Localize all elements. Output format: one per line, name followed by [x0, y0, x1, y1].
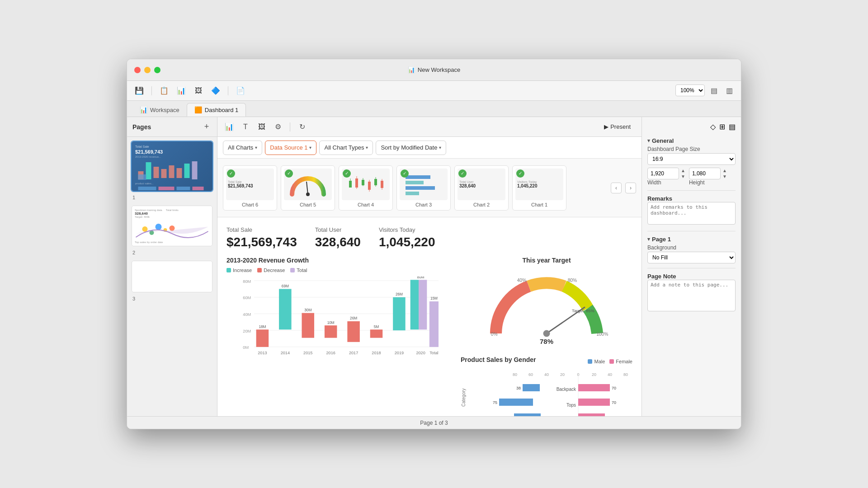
svg-text:2018: 2018: [372, 351, 381, 355]
page-1-number: 1: [131, 194, 213, 201]
ct-sep: [290, 122, 290, 131]
chart-button[interactable]: 📊: [175, 84, 188, 97]
chart-card-4: ✓: [339, 165, 393, 211]
widget-button[interactable]: ⚙: [272, 121, 284, 133]
save-button[interactable]: 💾: [132, 84, 146, 97]
kpi-total-sale: Total Sale $21,569,743: [226, 226, 297, 249]
copy-button[interactable]: 📄: [234, 84, 247, 97]
general-expand-arrow[interactable]: ▾: [647, 138, 650, 144]
svg-text:20: 20: [560, 372, 565, 377]
chart-types-dropdown[interactable]: All Chart Types ▾: [319, 141, 373, 155]
new-dashboard-button[interactable]: 📋: [157, 84, 171, 97]
text-button[interactable]: T: [239, 121, 252, 133]
carousel-chart-6[interactable]: ✓ Total Sale $21,569,743 Chart 6: [223, 165, 277, 211]
add-page-button[interactable]: +: [202, 122, 212, 132]
svg-text:18M: 18M: [259, 325, 266, 329]
svg-text:26M: 26M: [396, 292, 403, 296]
background-label: Background: [647, 244, 736, 251]
component-button[interactable]: 🔷: [209, 84, 222, 97]
svg-text:80: 80: [623, 372, 628, 377]
svg-text:20M: 20M: [243, 329, 251, 333]
svg-text:100%: 100%: [596, 332, 608, 337]
statusbar: Page 1 of 3: [127, 416, 741, 429]
image-insert-button[interactable]: 🖼: [255, 121, 268, 133]
sidebar-title: Pages: [132, 123, 151, 131]
svg-rect-98: [499, 399, 533, 406]
svg-rect-60: [410, 280, 419, 329]
rp-divider-3: [647, 268, 736, 268]
panel-icon-3[interactable]: ▤: [729, 122, 736, 131]
svg-text:Category: Category: [461, 388, 466, 407]
page-size-select[interactable]: 16:9 4:3: [647, 153, 736, 165]
dashboard-content: Total Sale $21,569,743 Total User 328,64…: [217, 217, 642, 416]
carousel-chart-2[interactable]: ✓ Total User 328,640 Chart 2: [454, 165, 509, 211]
svg-rect-33: [406, 181, 424, 184]
minimize-button[interactable]: [144, 67, 151, 73]
page-note-textarea[interactable]: [647, 280, 736, 311]
svg-point-75: [543, 330, 550, 337]
remarks-title: Remarks: [647, 195, 736, 202]
panel-icon-2[interactable]: ⊞: [719, 122, 725, 131]
width-down[interactable]: ▼: [681, 174, 685, 179]
data-source-dropdown[interactable]: Data Source 1 ▾: [265, 141, 316, 155]
height-down[interactable]: ▼: [722, 174, 727, 179]
tab-workspace[interactable]: 📊 Workspace: [132, 103, 187, 117]
panel-left-button[interactable]: ▤: [708, 84, 720, 97]
remarks-textarea[interactable]: [647, 202, 736, 225]
check-icon-1: ✓: [516, 169, 524, 178]
toolbar-sep-2: [228, 86, 228, 95]
rp-divider-1: [647, 190, 736, 191]
page-thumb-2[interactable]: Sportmen training data 328,640 Target: 4…: [131, 205, 213, 256]
chart-5-label: Chart 5: [300, 202, 316, 207]
svg-rect-54: [347, 321, 360, 342]
page-3-wrapper: [131, 260, 213, 293]
kpi-row: Total Sale $21,569,743 Total User 328,64…: [226, 226, 632, 249]
refresh-button[interactable]: ↻: [296, 121, 308, 133]
tab-dashboard1[interactable]: 🟧 Dashboard 1: [187, 103, 246, 117]
legend-dot-total: [290, 268, 295, 272]
svg-rect-6: [184, 164, 190, 178]
width-up[interactable]: ▲: [681, 168, 685, 174]
panel-icon-1[interactable]: ◇: [710, 122, 716, 131]
svg-rect-32: [406, 175, 430, 179]
chart-card-1: ✓ Visitors Today 1,045,220 Chart 1: [512, 165, 566, 211]
panel-right-button[interactable]: ▥: [723, 84, 736, 97]
maximize-button[interactable]: [154, 67, 160, 73]
product-sales-title: Product Sales by Gender: [461, 356, 536, 363]
svg-text:0M: 0M: [243, 345, 249, 350]
waterfall-title: 2013-2020 Revenue Growth: [226, 257, 452, 264]
product-sales-section: Product Sales by Gender Male Female: [461, 356, 632, 416]
chart-type-button[interactable]: 📊: [223, 121, 236, 133]
carousel-chart-4[interactable]: ✓: [339, 165, 393, 211]
page-thumb-3[interactable]: 3: [131, 260, 213, 302]
main-toolbar: 💾 📋 📊 🖼 🔷 📄 100% 75% 50% ▤ ▥: [127, 81, 741, 101]
svg-rect-11: [177, 187, 190, 190]
zoom-select[interactable]: 100% 75% 50%: [675, 84, 705, 96]
chart-card-5: ✓: [281, 165, 335, 211]
background-select[interactable]: No Fill Solid Color: [647, 252, 736, 263]
carousel-chart-1[interactable]: ✓ Visitors Today 1,045,220 Chart 1: [512, 165, 566, 211]
svg-rect-61: [419, 280, 427, 329]
legend-male: Male: [588, 359, 605, 364]
carousel-scroll: ✓ Total Sale $21,569,743 Chart 6: [223, 165, 607, 211]
page-thumb-1[interactable]: Total Sale $21,569,743 2013-2020 revenue…: [131, 141, 213, 201]
height-input[interactable]: [689, 168, 721, 179]
svg-text:2014: 2014: [281, 351, 290, 355]
sort-dropdown[interactable]: Sort by Modified Date ▾: [376, 141, 446, 155]
present-button[interactable]: ▶ Present: [599, 121, 636, 133]
workspace-tab-icon: 📊: [140, 106, 147, 113]
carousel-prev[interactable]: ‹: [611, 183, 622, 193]
width-input[interactable]: [647, 168, 679, 179]
page1-expand-arrow[interactable]: ▾: [647, 236, 650, 242]
carousel-chart-3[interactable]: ✓: [396, 165, 451, 211]
height-up[interactable]: ▲: [722, 168, 727, 174]
sidebar-pages: Total Sale $21,569,743 2013-2020 revenue…: [127, 137, 217, 416]
image-button[interactable]: 🖼: [192, 84, 205, 97]
charts-row: 2013-2020 Revenue Growth Increase Decrea…: [226, 257, 632, 416]
svg-text:60: 60: [528, 372, 533, 377]
all-charts-dropdown[interactable]: All Charts ▾: [223, 141, 262, 155]
close-button[interactable]: [134, 67, 141, 73]
title-icon: 📊: [408, 66, 415, 73]
carousel-next[interactable]: ›: [625, 183, 636, 193]
carousel-chart-5[interactable]: ✓: [281, 165, 335, 211]
